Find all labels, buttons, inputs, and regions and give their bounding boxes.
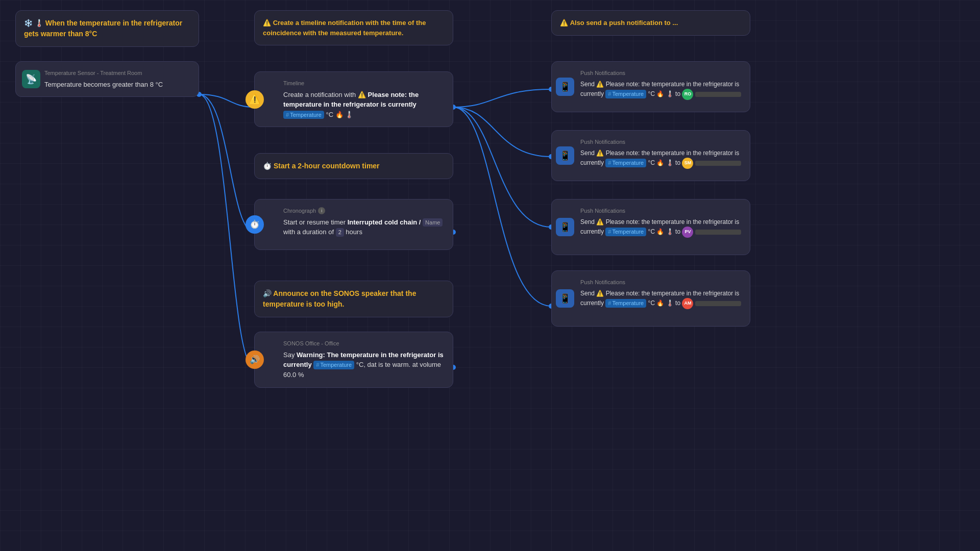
push-notification-2[interactable]: 📱 Push Notifications Send ⚠️ Please note… xyxy=(551,130,750,181)
temperature-tag-push4: # Temperature xyxy=(605,299,646,308)
push-text-2: Send ⚠️ Please note: the temperature in … xyxy=(580,148,742,169)
push-notification-3[interactable]: 📱 Push Notifications Send ⚠️ Please note… xyxy=(551,199,750,255)
timeline-action-text: Create a notification with ⚠️ Please not… xyxy=(283,90,445,120)
sensor-text: Temperature becomes greater than 8 °C xyxy=(44,80,190,90)
temperature-tag-sonos: # Temperature xyxy=(313,361,354,369)
sensor-icon: 📡 xyxy=(22,70,40,88)
avatar-3: PV xyxy=(682,227,693,238)
sonos-header-node: 🔊 Announce on the SONOS speaker that the… xyxy=(254,281,453,317)
timeline-header-text: Create a timeline notification with the … xyxy=(263,19,426,37)
chronograph-action-node[interactable]: ⏱️ Chronograph i Start or resume timer I… xyxy=(254,199,453,250)
trigger-node[interactable]: ❄️ 🌡️ When the temperature in the refrig… xyxy=(15,10,199,47)
sonos-action-text: Say Warning: The temperature in the refr… xyxy=(283,350,445,380)
chronograph-icon: ⏱️ xyxy=(246,215,264,234)
blurred-name-4 xyxy=(695,301,741,306)
countdown-header-node: ⏱️ Start a 2-hour countdown timer xyxy=(254,153,453,179)
phone-icon-1: 📱 xyxy=(556,78,574,96)
timeline-header-node: ⚠️ Create a timeline notification with t… xyxy=(254,10,453,45)
avatar-2: SM xyxy=(682,158,693,169)
temperature-tag-push1: # Temperature xyxy=(605,90,646,98)
name-pill: Name xyxy=(423,218,443,227)
chronograph-text: Start or resume timer Interrupted cold c… xyxy=(283,217,445,237)
timeline-action-node[interactable]: ⚠️ Timeline Create a notification with ⚠… xyxy=(254,71,453,127)
info-icon: i xyxy=(318,207,325,214)
push-title-4: Push Notifications xyxy=(580,278,742,287)
push-text-4: Send ⚠️ Please note: the temperature in … xyxy=(580,289,742,309)
phone-icon-3: 📱 xyxy=(556,218,574,236)
sonos-action-title: SONOS Office - Office xyxy=(283,339,445,348)
phone-icon-4: 📱 xyxy=(556,289,574,308)
push-title-2: Push Notifications xyxy=(580,138,742,146)
num-pill: 2 xyxy=(336,228,344,237)
sensor-title: Temperature Sensor - Treatment Room xyxy=(44,69,190,78)
temperature-tag-timeline: # Temperature xyxy=(283,111,324,119)
trigger-text: ❄️ 🌡️ When the temperature in the refrig… xyxy=(24,19,182,38)
push-notification-4[interactable]: 📱 Push Notifications Send ⚠️ Please note… xyxy=(551,270,750,327)
timeline-action-title: Timeline xyxy=(283,79,445,88)
temperature-tag-push2: # Temperature xyxy=(605,159,646,167)
push-text-1: Send ⚠️ Please note: the temperature in … xyxy=(580,80,742,100)
temperature-tag-push3: # Temperature xyxy=(605,228,646,236)
avatar-1: RO xyxy=(682,89,693,100)
countdown-header-text: ⏱️ Start a 2-hour countdown timer xyxy=(263,162,380,170)
sonos-icon: 🔊 xyxy=(246,350,264,369)
sonos-action-node[interactable]: 🔊 SONOS Office - Office Say Warning: The… xyxy=(254,332,453,388)
avatar-4: AM xyxy=(682,298,693,309)
push-notification-1[interactable]: 📱 Push Notifications Send ⚠️ Please note… xyxy=(551,61,750,112)
phone-icon-2: 📱 xyxy=(556,146,574,165)
timeline-icon: ⚠️ xyxy=(246,90,264,109)
chronograph-title: Chronograph xyxy=(283,207,316,215)
push-title-3: Push Notifications xyxy=(580,207,742,215)
sensor-node[interactable]: 📡 Temperature Sensor - Treatment Room Te… xyxy=(15,61,199,97)
push-text-3: Send ⚠️ Please note: the temperature in … xyxy=(580,217,742,238)
blurred-name-1 xyxy=(695,92,741,97)
blurred-name-3 xyxy=(695,230,741,235)
push-header-text: Also send a push notification to ... xyxy=(570,19,678,27)
push-title-1: Push Notifications xyxy=(580,69,742,78)
sonos-header-text: 🔊 Announce on the SONOS speaker that the… xyxy=(263,289,416,308)
blurred-name-2 xyxy=(695,161,741,166)
push-header-node: ⚠️ Also send a push notification to ... xyxy=(551,10,750,36)
